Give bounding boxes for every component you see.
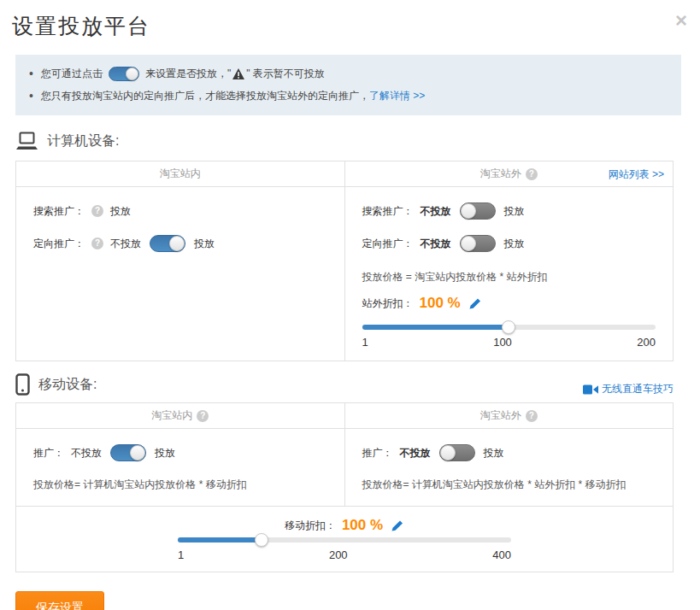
notice-line-2: • 您只有投放淘宝站内的定向推广后，才能选择投放淘宝站外的定向推广， 了解详情 … (29, 85, 668, 107)
targeting-promo-label: 定向推广： (33, 237, 85, 251)
help-icon[interactable]: ? (526, 168, 538, 180)
slider-knob[interactable] (502, 320, 515, 334)
mobile-table-header: 淘宝站内 ? 淘宝站外 ? (16, 403, 673, 429)
mobile-offsite-header: 淘宝站外 ? (344, 403, 674, 428)
offsite-discount-label: 站外折扣： (362, 296, 414, 311)
mobile-table: 淘宝站内 ? 淘宝站外 ? 推广： 不投放 投放 投放价格= 计算机淘宝站内投放… (15, 402, 674, 572)
search-promo-label: 搜索推广： (362, 204, 414, 219)
targeting-promo-label: 定向推广： (362, 237, 414, 251)
help-icon[interactable]: ? (197, 410, 209, 422)
computer-instation-search-row: 搜索推广： ? 投放 (33, 202, 327, 220)
learn-more-link[interactable]: 了解详情 >> (369, 85, 425, 107)
warning-icon (232, 68, 244, 79)
promo-label: 推广： (362, 446, 393, 460)
offsite-discount-value: 100 % (420, 295, 461, 312)
mobile-discount-edit-icon[interactable] (391, 519, 404, 532)
computer-instation-targeting-row: 定向推广： ? 不投放 投放 (33, 234, 327, 253)
off-state-label: 不投放 (71, 446, 102, 460)
slider-scale: 1 100 200 (362, 336, 656, 349)
mobile-instation-header: 淘宝站内 ? (16, 403, 344, 428)
help-icon[interactable]: ? (526, 410, 538, 422)
slider-fill (178, 537, 262, 543)
scale-max: 400 (492, 548, 511, 561)
mobile-offsite-promo-row: 推广： 不投放 投放 (362, 443, 656, 462)
computer-table-header: 淘宝站内 淘宝站外 ? 网站列表 >> (16, 161, 673, 187)
mobile-discount-label: 移动折扣： (285, 519, 336, 533)
set-platform-dialog: × 设置投放平台 • 您可通过点击 来设置是否投放，" " 表示暂不可投放 • … (0, 12, 700, 610)
computer-offsite-targeting-toggle[interactable] (460, 235, 496, 252)
computer-offsite-search-toggle[interactable] (460, 202, 496, 220)
computer-section-title: 计算机设备: (47, 132, 119, 150)
dialog-title: 设置投放平台 (12, 12, 700, 40)
promo-label: 推广： (33, 446, 64, 460)
mobile-section-title: 移动设备: (38, 376, 97, 394)
mobile-instation-cell: 推广： 不投放 投放 投放价格= 计算机淘宝站内投放价格 * 移动折扣 (16, 429, 344, 506)
website-list-link[interactable]: 网站列表 >> (609, 167, 664, 181)
computer-section-header: 计算机设备: (15, 129, 681, 153)
wireless-tips-link[interactable]: 无线直通车技巧 (583, 382, 674, 396)
help-icon[interactable]: ? (91, 205, 103, 217)
on-state-label: 投放 (504, 204, 525, 219)
bullet-icon: • (29, 85, 33, 107)
scale-min: 1 (178, 548, 184, 561)
on-state-label: 投放 (504, 237, 525, 251)
toggle-knob[interactable] (130, 445, 145, 460)
computer-table: 淘宝站内 淘宝站外 ? 网站列表 >> 搜索推广： ? 投放 定向推广： ? 不… (15, 161, 674, 361)
off-state-label: 不投放 (400, 446, 431, 460)
toggle-knob[interactable] (169, 236, 185, 251)
mobile-section-header: 移动设备: 无线直通车技巧 (15, 372, 681, 396)
on-state-label: 投放 (194, 237, 215, 251)
computer-offsite-targeting-row: 定向推广： 不投放 投放 (362, 234, 656, 253)
scale-min: 1 (362, 336, 368, 349)
mobile-offsite-promo-toggle[interactable] (439, 444, 475, 461)
computer-offsite-cell: 搜索推广： 不投放 投放 定向推广： 不投放 投放 投放价格 = 淘宝站内投放价… (344, 187, 674, 361)
slider-track[interactable] (178, 537, 511, 543)
toggle-knob[interactable] (440, 445, 456, 460)
on-state-label: 投放 (155, 446, 175, 460)
scale-max: 200 (637, 336, 656, 349)
notice-box: • 您可通过点击 来设置是否投放，" " 表示暂不可投放 • 您只有投放淘宝站内… (15, 55, 681, 115)
search-promo-label: 搜索推广： (33, 204, 85, 219)
mobile-instation-promo-toggle[interactable] (110, 444, 146, 461)
mobile-discount-value: 100 % (342, 517, 383, 534)
notice-line-1: • 您可通过点击 来设置是否投放，" " 表示暂不可投放 (29, 62, 668, 85)
notice-2-text: 您只有投放淘宝站内的定向推广后，才能选择投放淘宝站外的定向推广， (41, 85, 369, 107)
computer-icon (15, 132, 38, 151)
on-state-label: 投放 (484, 446, 504, 460)
slider-knob[interactable] (255, 533, 268, 547)
toggle-knob[interactable] (461, 203, 476, 219)
off-state-label: 不投放 (421, 237, 451, 251)
notice-1-mid: 来设置是否投放，" (145, 62, 231, 85)
toggle-knob[interactable] (461, 236, 476, 251)
mobile-instation-promo-row: 推广： 不投放 投放 (33, 443, 327, 462)
mobile-discount-row: 移动折扣： 100 % (16, 517, 673, 534)
mobile-offsite-header-label: 淘宝站外 (480, 408, 521, 423)
save-settings-button[interactable]: 保存设置 (15, 591, 104, 610)
offsite-discount-row: 站外折扣： 100 % (362, 295, 656, 312)
offsite-discount-edit-icon[interactable] (468, 297, 482, 310)
bullet-icon: • (29, 62, 33, 85)
notice-1-pre: 您可通过点击 (41, 62, 103, 85)
computer-offsite-header-label: 淘宝站外 (480, 167, 521, 181)
mobile-discount-slider: 1 200 400 (178, 537, 511, 561)
off-state-label: 不投放 (421, 204, 451, 219)
slider-track[interactable] (362, 325, 656, 330)
mobile-instation-price-formula: 投放价格= 计算机淘宝站内投放价格 * 移动折扣 (33, 478, 327, 492)
computer-instation-targeting-toggle[interactable] (150, 235, 185, 252)
toggle-demo-icon (109, 67, 139, 81)
offsite-price-formula: 投放价格 = 淘宝站内投放价格 * 站外折扣 (362, 270, 656, 284)
close-icon[interactable]: × (675, 10, 687, 31)
scale-mid: 100 (493, 336, 512, 349)
computer-instation-cell: 搜索推广： ? 投放 定向推广： ? 不投放 投放 (16, 187, 344, 361)
scale-mid: 200 (329, 548, 348, 561)
slider-fill (362, 325, 509, 330)
offsite-discount-slider: 1 100 200 (362, 325, 656, 349)
notice-1-post: " 表示暂不可投放 (246, 62, 325, 85)
search-promo-state: 投放 (110, 204, 131, 219)
mobile-icon (15, 373, 30, 396)
mobile-offsite-cell: 推广： 不投放 投放 投放价格= 计算机淘宝站内投放价格 * 站外折扣 * 移动… (344, 429, 674, 506)
wireless-tips-label: 无线直通车技巧 (602, 382, 674, 396)
help-icon[interactable]: ? (91, 238, 103, 249)
computer-instation-header: 淘宝站内 (16, 161, 344, 186)
mobile-discount-section: 移动折扣： 100 % 1 200 400 (16, 506, 673, 572)
